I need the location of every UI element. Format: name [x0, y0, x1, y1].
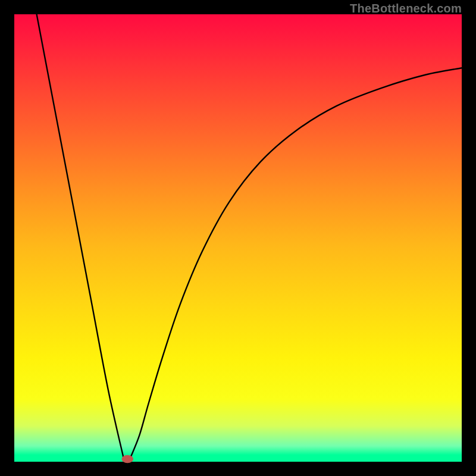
chart-svg	[14, 14, 462, 462]
curve-right	[131, 68, 462, 457]
watermark-text: TheBottleneck.com	[350, 2, 462, 15]
minimum-marker	[121, 455, 133, 464]
curve-left	[37, 14, 124, 459]
chart-area	[14, 14, 462, 462]
